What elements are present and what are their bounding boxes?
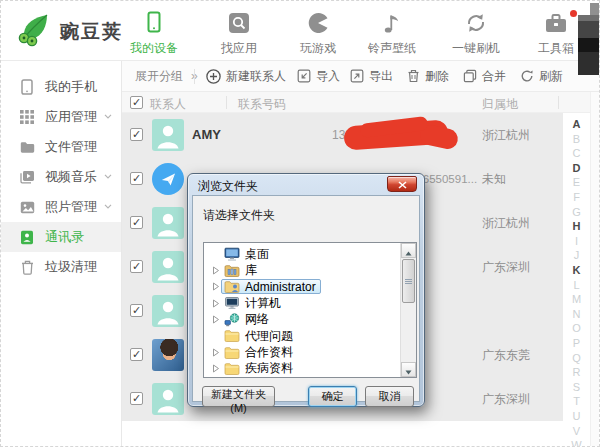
expander-icon[interactable] (210, 348, 221, 357)
chevron-down-icon[interactable] (104, 114, 112, 119)
sidebar-item-label: 我的手机 (45, 78, 97, 96)
tree-item[interactable]: Administrator (204, 279, 416, 295)
folder-icon (224, 362, 241, 376)
dialog-close-button[interactable] (387, 176, 417, 192)
expander-icon[interactable] (210, 364, 221, 373)
alphabet-letter[interactable]: S (563, 381, 590, 393)
ok-button[interactable]: 确定 (308, 386, 357, 407)
sidebar-item-contacts[interactable]: 通讯录 (1, 222, 121, 252)
contact-row[interactable]: ✓ AMY 133 浙江杭州 (122, 113, 563, 157)
tree-item-content[interactable]: 合作资料 (221, 345, 298, 360)
alphabet-letter[interactable]: B (563, 133, 590, 145)
alphabet-letter[interactable]: K (563, 264, 590, 276)
sidebar-item-app-management[interactable]: 应用管理 (1, 102, 121, 132)
alphabet-letter[interactable]: M (563, 293, 590, 305)
sidebar-item-label: 文件管理 (45, 138, 97, 156)
alphabet-letter[interactable]: G (563, 206, 590, 218)
row-checkbox[interactable]: ✓ (130, 392, 143, 405)
cancel-button[interactable]: 取消 (365, 386, 414, 407)
row-checkbox[interactable]: ✓ (130, 216, 143, 229)
contact-location: 广东深圳 (482, 377, 530, 421)
chevron-down-icon[interactable] (104, 204, 112, 209)
alphabet-letter[interactable]: D (563, 162, 590, 174)
tree-item-content[interactable]: 计算机 (221, 296, 286, 311)
tab-find-apps[interactable]: 找应用 (210, 10, 268, 56)
browse-folder-dialog: 浏览文件夹 请选择文件夹 桌面 库 (187, 173, 425, 407)
alphabet-letter[interactable]: R (563, 366, 590, 378)
row-checkbox[interactable]: ✓ (130, 172, 143, 185)
alphabet-letter[interactable]: I (563, 235, 590, 247)
app-logo[interactable]: 豌豆荚 (17, 13, 123, 51)
tree-item[interactable]: 库 (204, 262, 416, 278)
alphabet-letter[interactable]: A (563, 118, 590, 130)
column-header-number[interactable]: 联系号码 (238, 96, 286, 113)
sidebar-item-video-music[interactable]: 视频音乐 (1, 162, 121, 192)
tab-label: 玩游戏 (300, 41, 336, 55)
tree-item-content[interactable]: 网络 (221, 312, 274, 327)
scroll-down-button[interactable] (401, 362, 416, 377)
contact-avatar (152, 251, 184, 283)
expander-icon[interactable] (210, 282, 221, 291)
row-checkbox[interactable]: ✓ (130, 128, 143, 141)
new-contact-button[interactable]: 新建联系人 (206, 61, 286, 91)
tree-item[interactable]: 网络 (204, 312, 416, 328)
alphabet-letter[interactable]: T (563, 395, 590, 407)
tab-ringtones-wallpapers[interactable]: 铃声壁纸 (357, 10, 427, 56)
alphabet-letter[interactable]: P (563, 337, 590, 349)
tree-item-content[interactable]: 代理问题 (221, 329, 298, 344)
alphabet-letter[interactable]: C (563, 147, 590, 159)
tree-item-content[interactable]: 库 (221, 263, 262, 278)
tree-item[interactable]: 疾病资料 (204, 361, 416, 377)
chevron-down-icon[interactable] (104, 174, 112, 179)
row-checkbox[interactable]: ✓ (130, 304, 143, 317)
merge-button[interactable]: 合并 (463, 61, 506, 91)
alphabet-letter[interactable]: N (563, 308, 590, 320)
expander-icon[interactable] (210, 315, 221, 324)
alphabet-letter[interactable]: W (563, 439, 590, 447)
export-button[interactable]: 导出 (350, 61, 393, 91)
list-scrollbar[interactable] (590, 92, 600, 447)
background-window-fragment (578, 15, 600, 75)
sidebar-item-junk-cleanup[interactable]: 垃圾清理 (1, 252, 121, 282)
scroll-grip-icon (405, 279, 412, 284)
sidebar-item-photo-management[interactable]: 照片管理 (1, 192, 121, 222)
tree-item-content[interactable]: 疾病资料 (221, 361, 298, 376)
alphabet-letter[interactable]: O (563, 322, 590, 334)
import-button[interactable]: 导入 (297, 61, 340, 91)
delete-button[interactable]: 删除 (407, 61, 449, 91)
toolbar-divider (194, 69, 195, 84)
new-folder-button[interactable]: 新建文件夹(M) (202, 386, 275, 407)
expand-groups-button[interactable]: 展开分组 » (135, 61, 198, 91)
refresh-button[interactable]: 刷新 (520, 61, 563, 91)
alphabet-letter[interactable]: U (563, 410, 590, 422)
sidebar-item-my-phone[interactable]: 我的手机 (1, 72, 121, 102)
tree-item[interactable]: 桌面 (204, 246, 416, 262)
tree-item[interactable]: 计算机 (204, 295, 416, 311)
alphabet-letter[interactable]: V (563, 425, 590, 437)
row-checkbox[interactable]: ✓ (130, 260, 143, 273)
tree-item[interactable]: 合作资料 (204, 344, 416, 360)
tab-play-games[interactable]: 玩游戏 (289, 10, 347, 56)
alphabet-letter[interactable]: J (563, 249, 590, 261)
tab-one-key-flash[interactable]: 一键刷机 (442, 10, 510, 56)
tree-item-content[interactable]: 桌面 (221, 247, 274, 262)
tree-scrollbar[interactable] (400, 243, 416, 377)
column-header-location[interactable]: 归属地 (482, 96, 518, 113)
alphabet-letter[interactable]: E (563, 176, 590, 188)
alphabet-letter[interactable]: F (563, 191, 590, 203)
alphabet-letter[interactable]: H (563, 220, 590, 232)
select-all-checkbox[interactable]: ✓ (130, 96, 143, 109)
column-header-name[interactable]: 联系人 (150, 96, 186, 113)
expander-icon[interactable] (210, 266, 221, 275)
tab-toolbox[interactable]: 工具箱 (527, 10, 585, 56)
alphabet-letter[interactable]: L (563, 279, 590, 291)
sidebar-item-file-management[interactable]: 文件管理 (1, 132, 121, 162)
tree-item[interactable]: 代理问题 (204, 328, 416, 344)
tab-my-device[interactable]: 我的设备 (125, 10, 183, 56)
scroll-thumb[interactable] (402, 259, 415, 303)
tree-item-content[interactable]: Administrator (221, 279, 321, 294)
scroll-up-button[interactable] (401, 243, 416, 258)
alphabet-letter[interactable]: Q (563, 352, 590, 364)
row-checkbox[interactable]: ✓ (130, 348, 143, 361)
expander-icon[interactable] (210, 299, 221, 308)
